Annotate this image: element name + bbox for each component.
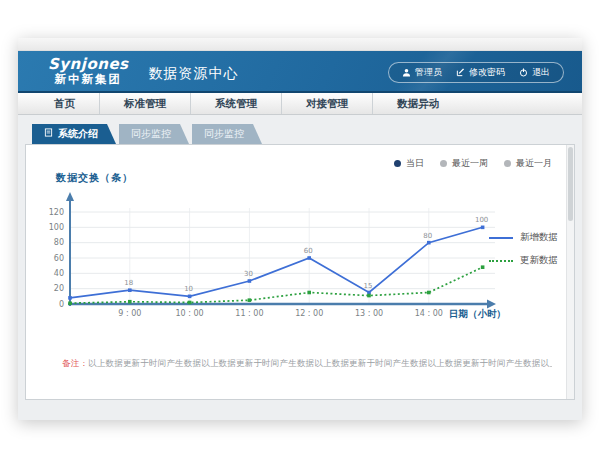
logout-button[interactable]: 退出 <box>519 66 550 79</box>
nav-item-standard-management[interactable]: 标准管理 <box>100 93 191 114</box>
svg-text:11 : 00: 11 : 00 <box>235 309 263 318</box>
radio-dot-icon <box>504 160 511 167</box>
panel-scrollbar[interactable] <box>566 145 574 399</box>
time-range-filter: 当日 最近一周 最近一月 <box>394 157 552 170</box>
admin-user-button[interactable]: 管理员 <box>402 66 442 79</box>
svg-text:80: 80 <box>423 232 432 240</box>
radio-label: 最近一周 <box>452 157 488 170</box>
user-toolbar: 管理员 修改密码 退出 <box>388 62 564 83</box>
nav-item-data-change[interactable]: 数据异动 <box>373 93 463 114</box>
change-password-button[interactable]: 修改密码 <box>456 66 505 79</box>
green-dotted-swatch <box>489 260 513 262</box>
svg-text:80: 80 <box>54 238 64 247</box>
line-chart: 0204060801001209 : 0010 : 0011 : 0012 : … <box>40 189 510 329</box>
scrollbar-thumb[interactable] <box>568 147 573 221</box>
logout-label: 退出 <box>532 66 550 79</box>
radio-last-week[interactable]: 最近一周 <box>440 157 488 170</box>
user-icon <box>402 68 411 77</box>
blue-line-swatch <box>489 237 513 239</box>
tab-sync-monitor-1[interactable]: 同步监控 <box>119 124 189 144</box>
nav-item-home[interactable]: 首页 <box>30 93 100 114</box>
svg-text:20: 20 <box>54 284 64 293</box>
document-icon <box>44 124 53 144</box>
radio-dot-icon <box>440 160 447 167</box>
chart-legend: 新增数据 更新数据 <box>489 231 558 267</box>
tab-label: 系统介绍 <box>58 124 98 144</box>
logo-subtitle: 新中新集团 <box>48 73 129 85</box>
page-title: 数据资源中心 <box>149 65 239 83</box>
tab-system-intro[interactable]: 系统介绍 <box>32 124 116 144</box>
company-logo: Synjones 新中新集团 <box>48 57 129 85</box>
svg-text:60: 60 <box>54 254 64 263</box>
radio-last-month[interactable]: 最近一月 <box>504 157 552 170</box>
svg-text:0: 0 <box>59 300 64 309</box>
edit-icon <box>456 68 465 77</box>
y-axis-title: 数据交换（条） <box>56 171 133 185</box>
svg-text:60: 60 <box>304 247 313 255</box>
svg-text:10: 10 <box>184 285 193 293</box>
tab-bar: 系统介绍 同步监控 同步监控 <box>32 124 575 144</box>
radio-label: 最近一月 <box>516 157 552 170</box>
nav-item-interface-management[interactable]: 对接管理 <box>282 93 373 114</box>
svg-text:日期（小时）: 日期（小时） <box>449 308 506 320</box>
svg-text:30: 30 <box>244 270 253 278</box>
svg-text:18: 18 <box>124 279 133 287</box>
svg-text:14 : 00: 14 : 00 <box>415 309 443 318</box>
footnote: 备注：以上数据更新于时间产生数据以上数据更新于时间产生数据以上数据更新于时间产生… <box>62 358 552 370</box>
legend-label: 新增数据 <box>520 231 558 244</box>
logo-text: Synjones <box>48 57 129 73</box>
admin-user-label: 管理员 <box>415 66 442 79</box>
radio-today[interactable]: 当日 <box>394 157 424 170</box>
app-window: Synjones 新中新集团 数据资源中心 管理员 修改密码 退出 首页 标准管… <box>18 38 582 420</box>
svg-text:13 : 00: 13 : 00 <box>355 309 383 318</box>
window-top-strip <box>18 38 582 51</box>
radio-label: 当日 <box>406 157 424 170</box>
svg-text:10 : 00: 10 : 00 <box>176 309 204 318</box>
tab-label: 同步监控 <box>204 124 244 144</box>
legend-item-new-data[interactable]: 新增数据 <box>489 231 558 244</box>
svg-text:15: 15 <box>364 282 373 290</box>
chart-panel: 当日 最近一周 最近一月 数据交换（条） 0204060801001209 : … <box>25 144 575 400</box>
nav-item-system-management[interactable]: 系统管理 <box>191 93 282 114</box>
tab-sync-monitor-2[interactable]: 同步监控 <box>192 124 262 144</box>
change-password-label: 修改密码 <box>469 66 505 79</box>
svg-text:100: 100 <box>475 216 488 224</box>
power-icon <box>519 68 528 77</box>
chart-area: 0204060801001209 : 0010 : 0011 : 0012 : … <box>40 189 510 333</box>
content-area: 系统介绍 同步监控 同步监控 当日 最近一周 <box>18 115 582 400</box>
svg-text:120: 120 <box>49 208 64 217</box>
radio-dot-icon <box>394 160 401 167</box>
footnote-prefix: 备注： <box>62 358 88 368</box>
app-header: Synjones 新中新集团 数据资源中心 管理员 修改密码 退出 <box>18 51 582 93</box>
svg-text:9 : 00: 9 : 00 <box>118 309 141 318</box>
legend-label: 更新数据 <box>520 254 558 267</box>
svg-text:40: 40 <box>54 269 64 278</box>
svg-text:100: 100 <box>49 223 64 232</box>
tab-label: 同步监控 <box>131 124 171 144</box>
legend-item-updated-data[interactable]: 更新数据 <box>489 254 558 267</box>
svg-text:12 : 00: 12 : 00 <box>295 309 323 318</box>
footnote-text: 以上数据更新于时间产生数据以上数据更新于时间产生数据以上数据更新于时间产生数据以… <box>88 358 552 368</box>
main-nav: 首页 标准管理 系统管理 对接管理 数据异动 <box>18 93 582 115</box>
